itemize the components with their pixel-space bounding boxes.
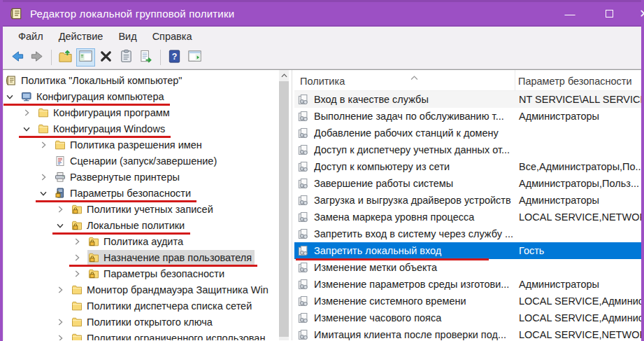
tree-item[interactable]: Параметры безопасности <box>3 265 289 281</box>
tree-item-content[interactable]: Параметры безопасности <box>54 186 194 200</box>
tree-item-content[interactable]: Политика аудита <box>87 234 186 249</box>
tree-item[interactable]: Развернутые принтеры <box>3 169 289 185</box>
tree-item[interactable]: Параметры безопасности <box>3 185 289 201</box>
tree-item[interactable]: Политики открытого ключа <box>3 314 289 330</box>
up-one-level-button[interactable] <box>56 48 75 67</box>
back-button[interactable] <box>8 48 27 67</box>
export-list-button[interactable] <box>137 48 156 67</box>
policy-row[interactable]: Имитация клиента после проверки под...LO… <box>294 326 641 340</box>
policy-list-pane: Политика Параметр безопасности Вход в ка… <box>292 70 641 340</box>
tree-item[interactable]: Политика "Локальный компьютер" <box>3 72 289 88</box>
chevron-down-icon[interactable] <box>55 220 71 231</box>
tree-item-content[interactable]: Политики учетных записей <box>71 202 216 216</box>
tree-item-content[interactable]: Конфигурация компьютера <box>20 89 167 104</box>
tree-item-label: Политика "Локальный компьютер" <box>21 75 183 86</box>
security-setting: Администраторы <box>515 111 641 122</box>
tree-item-content[interactable]: Конфигурация Windows <box>37 121 168 136</box>
policy-row[interactable]: Вход в качестве службыNT SERVICE\ALL SER… <box>294 91 641 108</box>
close-button[interactable]: ✕ <box>633 0 644 27</box>
menu-view[interactable]: Вид <box>110 28 144 45</box>
tree-item-content[interactable]: Политики ограниченного использован <box>71 330 268 340</box>
tree-item-label: Конфигурация компьютера <box>36 91 164 102</box>
tree-item-label: Конфигурация программ <box>53 107 170 118</box>
tree-item-content[interactable]: Политика "Локальный компьютер" <box>5 73 185 88</box>
policy-row[interactable]: Запретить локальный входГость <box>294 242 641 259</box>
tree-item[interactable]: Сценарии (запуск/завершение) <box>3 153 289 169</box>
chevron-right-icon[interactable] <box>55 316 71 328</box>
forward-button[interactable] <box>28 48 47 67</box>
chevron-right-icon[interactable] <box>38 172 54 183</box>
column-header-setting[interactable]: Параметр безопасности <box>515 70 641 90</box>
menu-help[interactable]: Справка <box>145 28 200 45</box>
tree-item-content[interactable]: Политики открытого ключа <box>71 314 215 329</box>
chevron-right-icon[interactable] <box>55 333 71 341</box>
tree-item-content[interactable]: Монитор брандмауэра Защитника Win <box>71 282 271 297</box>
chevron-right-icon[interactable] <box>72 268 87 279</box>
policy-row[interactable]: Изменение метки объекта <box>294 259 641 276</box>
folder-lock-icon <box>87 252 100 263</box>
policy-row[interactable]: Загрузка и выгрузка драйверов устройствА… <box>294 192 641 209</box>
chevron-down-icon[interactable] <box>5 91 20 102</box>
tree-item-content[interactable]: Политика разрешения имен <box>54 137 205 152</box>
tree-item[interactable]: Политики ограниченного использован <box>3 330 289 340</box>
tree-item[interactable]: Политика аудита <box>3 233 289 249</box>
policy-row[interactable]: Изменение параметров среды изготови...Ад… <box>294 276 641 293</box>
tree-item[interactable]: Назначение прав пользователя <box>3 249 289 265</box>
policy-row[interactable]: Завершение работы системыАдминистраторы,… <box>294 175 641 192</box>
tree-item[interactable]: Конфигурация компьютера <box>3 88 289 104</box>
tree-item-content[interactable]: Развернутые принтеры <box>54 169 183 184</box>
folder-lock-icon <box>71 220 83 231</box>
chevron-down-icon[interactable] <box>22 123 37 134</box>
scroll-up-button[interactable] <box>279 70 289 81</box>
tree-item-content[interactable]: Параметры безопасности <box>87 266 227 281</box>
chevron-right-icon[interactable] <box>55 204 71 215</box>
tree-item[interactable]: Монитор брандмауэра Защитника Win <box>3 281 289 298</box>
tree-item-content[interactable]: Сценарии (запуск/завершение) <box>54 153 220 168</box>
column-header-policy[interactable]: Политика <box>294 70 515 90</box>
chevron-right-icon[interactable] <box>38 139 54 151</box>
tree-item[interactable]: Политики диспетчера списка сетей <box>3 298 289 314</box>
policy-row[interactable]: Доступ к диспетчеру учетных данных от... <box>294 141 641 158</box>
minimize-button[interactable]: — <box>559 0 581 27</box>
delete-button[interactable] <box>96 48 115 67</box>
tree-item[interactable]: Политика разрешения имен <box>3 137 289 153</box>
tree-item-content[interactable]: Конфигурация программ <box>37 105 173 120</box>
tree-scrollbar[interactable] <box>279 70 289 340</box>
scrollbar-thumb[interactable] <box>279 81 289 337</box>
menu-action[interactable]: Действие <box>51 28 111 45</box>
policy-row[interactable]: Добавление рабочих станций к домену <box>294 125 641 141</box>
toolbar: ? <box>3 46 641 69</box>
maximize-button[interactable] <box>598 0 620 27</box>
show-console-tree-button[interactable] <box>76 48 95 67</box>
show-action-pane-button[interactable] <box>185 48 204 67</box>
folder-icon <box>71 316 83 328</box>
tree-item[interactable]: Конфигурация Windows <box>3 120 289 137</box>
menu-file[interactable]: Файл <box>10 28 51 45</box>
properties-button[interactable] <box>117 48 136 67</box>
help-button[interactable]: ? <box>165 48 184 67</box>
forward-arrow-icon <box>30 49 45 67</box>
window-title: Редактор локальной групповой политики <box>30 8 234 20</box>
chevron-right-icon[interactable] <box>72 252 87 263</box>
tree-item-content[interactable]: Назначение прав пользователя <box>87 250 255 265</box>
back-arrow-icon <box>10 49 24 67</box>
chevron-right-icon[interactable] <box>72 236 87 247</box>
policy-name: Изменение метки объекта <box>314 262 515 273</box>
policy-row[interactable]: Изменение часового поясаLOCAL SERVICE,Ад… <box>294 309 641 326</box>
policy-row[interactable]: Замена маркера уровня процессаLOCAL SERV… <box>294 209 641 225</box>
printer-icon <box>54 172 66 183</box>
tree-item[interactable]: Локальные политики <box>3 217 289 233</box>
policy-row[interactable]: Выполнение задач по обслуживанию т...Адм… <box>294 108 641 125</box>
chevron-right-icon[interactable] <box>55 284 71 295</box>
policy-row[interactable]: Запретить вход в систему через службу ..… <box>294 225 641 242</box>
chevron-right-icon[interactable] <box>22 107 37 118</box>
tree-item[interactable]: Политики учетных записей <box>3 201 289 217</box>
tree-item-content[interactable]: Локальные политики <box>71 218 187 232</box>
tree-item[interactable]: Конфигурация программ <box>3 104 289 120</box>
chevron-down-icon[interactable] <box>38 188 54 199</box>
menubar: ФайлДействиеВидСправка <box>3 27 641 46</box>
folder-icon <box>71 300 83 312</box>
tree-item-content[interactable]: Политики диспетчера списка сетей <box>71 298 255 313</box>
policy-row[interactable]: Изменение системного времениLOCAL SERVIC… <box>294 293 641 309</box>
policy-row[interactable]: Доступ к компьютеру из сетиВсе,Администр… <box>294 158 641 175</box>
